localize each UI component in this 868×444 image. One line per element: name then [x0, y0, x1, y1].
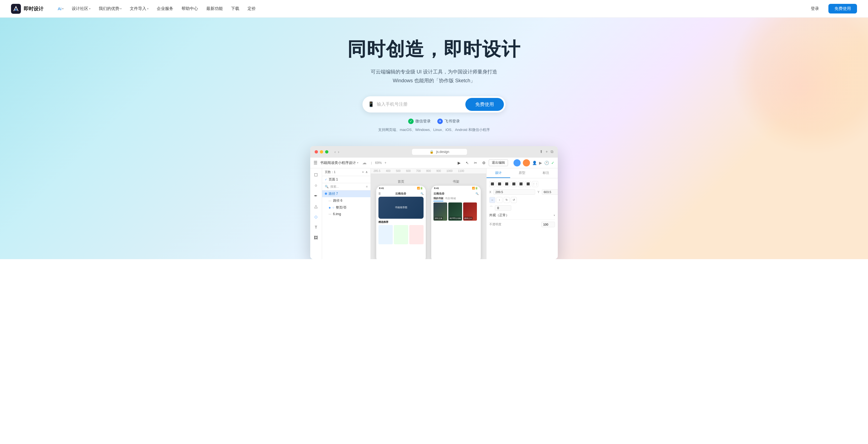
phone-header-2: 云南虫谷 🔍: [433, 190, 478, 197]
align-right-icon[interactable]: ⬛: [504, 181, 509, 187]
right-panel: 设计 原型 标注 ⬛ ⬛ ⬛ ⬛ ⬛ ⬛ ⋮⋮: [486, 168, 558, 259]
x-label: X: [489, 190, 491, 194]
page-item[interactable]: ✓ 页面 1: [322, 176, 370, 183]
x-input[interactable]: [493, 189, 535, 195]
corner-input[interactable]: [495, 205, 511, 211]
opacity-section: 不透明度: [489, 219, 555, 227]
align-top-icon[interactable]: ⬛: [511, 181, 517, 187]
nav-item-community[interactable]: 设计社区 ▾: [68, 4, 94, 13]
flip-h-icon[interactable]: ↔: [489, 197, 495, 203]
canvas-area[interactable]: 285.540050060070080090010001100 首页 9:41 …: [371, 168, 486, 259]
phone-frame-home[interactable]: 9:41 📶🔋 ☰ 云南虫谷 🔍 书籍推荐图: [376, 186, 426, 259]
tab-design[interactable]: 设计: [487, 168, 510, 178]
nav-item-help[interactable]: 帮助中心: [178, 4, 201, 13]
chevron-down-icon: ▾: [120, 7, 122, 10]
dash-icon: —: [329, 199, 332, 202]
distribute-icon[interactable]: ⋮⋮: [532, 181, 538, 187]
nav-item-new[interactable]: 最新功能: [203, 4, 226, 13]
scissors-icon[interactable]: ✂: [472, 159, 479, 166]
copy-icon[interactable]: ⧉: [551, 149, 553, 154]
close-button[interactable]: [315, 150, 318, 153]
align-left-icon[interactable]: ⬛: [489, 181, 495, 187]
editor-toolbar: ☰ 书籍阅读类小程序设计 ▾ ☁ | 69% + ▶ ↖ ✂ ⚙ 退出编辑 👤 …: [310, 158, 558, 168]
user-avatar-2: [523, 159, 530, 167]
align-center-icon[interactable]: ⬛: [496, 181, 502, 187]
diamond-icon: ◇: [333, 206, 334, 209]
layer-item[interactable]: 路径 7: [322, 190, 370, 197]
phone-frame-shelf[interactable]: 9:41 📶🔋 云南虫谷 🔍 我的书架 书店/商城: [431, 186, 481, 259]
appearance-label: 外观（正常）: [489, 213, 509, 217]
nav-item-import[interactable]: 文件导入 ▾: [126, 4, 152, 13]
cursor-icon[interactable]: ↖: [464, 159, 471, 166]
url-bar[interactable]: 🔒 js.design: [412, 149, 467, 155]
rotate-cw-icon[interactable]: ↻: [504, 197, 509, 203]
check-icon[interactable]: ✓: [551, 161, 555, 165]
phone-home-content: ☰ 云南虫谷 🔍 书籍推荐图 精选推荐: [376, 190, 426, 244]
history-icon[interactable]: 🕐: [544, 161, 549, 165]
nav-item-download[interactable]: 下载: [228, 4, 243, 13]
nav-item-advantages[interactable]: 我们的优势 ▾: [95, 4, 125, 13]
phone-input[interactable]: [377, 102, 465, 107]
circle-tool[interactable]: ○: [312, 181, 320, 190]
transform-toolbar: ↔ ↕ ↻ ↺: [489, 197, 555, 203]
chevron-down-icon[interactable]: ▾: [554, 214, 555, 217]
logo[interactable]: 即时设计: [11, 4, 43, 14]
y-input[interactable]: [542, 189, 558, 195]
pen-tool[interactable]: ✒: [312, 191, 320, 200]
image-tool[interactable]: 🖼: [312, 233, 320, 242]
nav-item-ai[interactable]: Ai ▾: [55, 5, 67, 13]
layer-item[interactable]: — 6.img: [326, 211, 370, 217]
exit-edit-button[interactable]: 退出编辑: [489, 159, 508, 166]
tab-annotation[interactable]: 标注: [534, 168, 558, 178]
left-tool-panel: ☐ ○ ✒ △ ◇ T 🖼: [310, 168, 322, 259]
traffic-lights: [315, 150, 329, 153]
filter-icon[interactable]: ≡: [366, 185, 368, 188]
hero-title: 同时创造，即时设计: [347, 37, 521, 62]
plus-icon[interactable]: +: [546, 149, 548, 154]
nav-forward-icon[interactable]: ›: [338, 150, 339, 154]
collapse-icon[interactable]: ∧: [366, 170, 368, 174]
project-name[interactable]: 书籍阅读类小程序设计 ▾: [320, 160, 359, 165]
app-screenshot: ‹ › 🔒 js.design ⬆ + ⧉ ☰ 书籍阅读类小程序设计 ▾: [310, 146, 558, 259]
frame-label-home: 首页: [398, 179, 404, 184]
logo-text: 即时设计: [24, 5, 43, 12]
feishu-login-option[interactable]: ✈ 飞书登录: [437, 119, 460, 124]
share-people-icon[interactable]: 👤: [532, 161, 537, 165]
user-avatar-1: [514, 159, 521, 167]
select-tool[interactable]: ☐: [312, 171, 320, 179]
text-tool[interactable]: T: [312, 223, 320, 232]
zoom-plus-icon[interactable]: +: [384, 161, 386, 165]
layer-item[interactable]: ◆ ◇ 整页/否: [326, 204, 370, 211]
wechat-login-option[interactable]: ✓ 微信登录: [408, 119, 431, 124]
rotate-ccw-icon[interactable]: ↺: [511, 197, 517, 203]
maximize-button[interactable]: [325, 150, 329, 153]
opacity-input[interactable]: [541, 222, 555, 227]
toolbar-right: 👤 ▶ 🕐 ✓: [514, 159, 555, 167]
add-page-icon[interactable]: +: [362, 170, 364, 174]
nav-back-icon[interactable]: ‹: [335, 150, 336, 154]
share-icon[interactable]: ⬆: [539, 149, 543, 154]
play-icon[interactable]: ▶: [456, 159, 462, 166]
signup-button[interactable]: 免费使用: [465, 98, 504, 111]
login-button[interactable]: 登录: [805, 4, 825, 13]
nav-item-pricing[interactable]: 定价: [244, 4, 259, 13]
minimize-button[interactable]: [320, 150, 323, 153]
feishu-icon: ✈: [437, 119, 443, 124]
navbar: 即时设计 Ai ▾ 设计社区 ▾ 我们的优势 ▾ 文件导入 ▾ 企业服务 帮助中…: [0, 0, 868, 18]
component-tool[interactable]: ◇: [312, 212, 320, 221]
menu-icon[interactable]: ☰: [313, 160, 317, 165]
align-middle-icon[interactable]: ⬛: [518, 181, 524, 187]
editor-body: ☐ ○ ✒ △ ◇ T 🖼 页数：1 + ∧ ✓ 页: [310, 168, 558, 259]
adjust-icon[interactable]: ⚙: [480, 159, 487, 166]
nav-item-enterprise[interactable]: 企业服务: [153, 4, 177, 13]
svg-point-1: [15, 9, 17, 11]
appearance-row: 外观（正常） ▾: [489, 213, 555, 217]
triangle-tool[interactable]: △: [312, 202, 320, 211]
play-preview-icon[interactable]: ▶: [539, 161, 542, 165]
tab-prototype[interactable]: 原型: [510, 168, 534, 178]
free-use-button[interactable]: 免费使用: [828, 4, 857, 13]
phone-shelf-content: 云南虫谷 🔍 我的书架 书店/商城 深时之旅: [431, 190, 481, 220]
flip-v-icon[interactable]: ↕: [496, 197, 502, 203]
layer-item[interactable]: — 路径 6: [326, 197, 370, 204]
align-bottom-icon[interactable]: ⬛: [525, 181, 531, 187]
